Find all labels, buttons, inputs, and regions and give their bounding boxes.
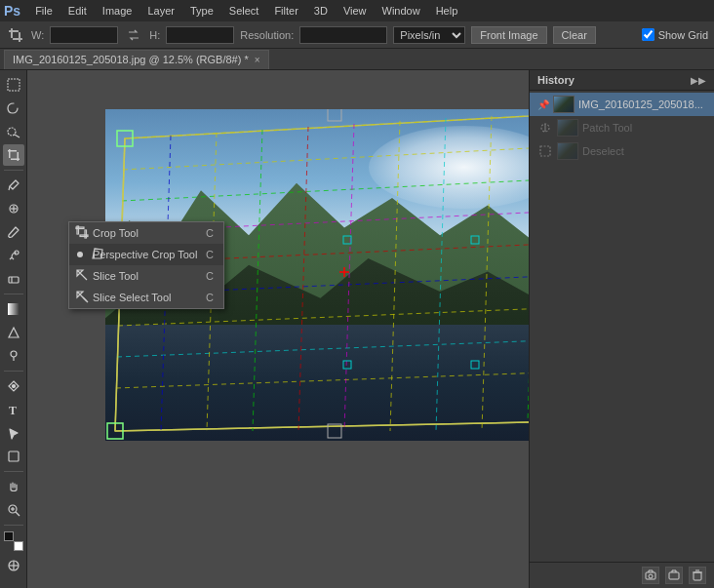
- menu-help[interactable]: Help: [429, 3, 465, 19]
- ctx-slice-label: Slice Tool: [93, 270, 198, 282]
- toolbar-separator-5: [4, 525, 23, 526]
- slice-select-icon: [75, 290, 89, 305]
- tab-close-button[interactable]: ×: [255, 55, 260, 65]
- menu-select[interactable]: Select: [222, 3, 266, 19]
- canvas-area[interactable]: Crop Tool C Perspective Crop Tool C: [27, 70, 529, 588]
- ctx-perspective-crop-label: Perspective Crop Tool: [93, 249, 198, 260]
- ctx-slice-select-label: Slice Select Tool: [93, 292, 198, 303]
- brush-tool[interactable]: [3, 221, 24, 243]
- svg-line-6: [15, 135, 20, 137]
- options-bar: W: H: Resolution: Pixels/in Pixels/cm Fr…: [0, 21, 714, 49]
- lasso-tool[interactable]: [3, 98, 24, 119]
- svg-point-21: [12, 385, 15, 388]
- ctx-crop-shortcut: C: [206, 227, 214, 239]
- menu-filter[interactable]: Filter: [267, 3, 304, 19]
- history-item-2-label: Deselect: [582, 145, 624, 157]
- history-item-2[interactable]: Deselect: [530, 139, 714, 163]
- create-document-button[interactable]: [665, 567, 683, 584]
- history-collapse-button[interactable]: ▶▶: [691, 75, 706, 86]
- menu-3d[interactable]: 3D: [307, 3, 335, 19]
- history-item-0[interactable]: 📌 IMG_20160125_205018...: [530, 93, 714, 116]
- menu-file[interactable]: File: [28, 3, 60, 19]
- delete-history-button[interactable]: [689, 567, 706, 584]
- history-pin-icon: 📌: [537, 99, 549, 110]
- hand-tool[interactable]: [3, 476, 24, 497]
- swap-icon[interactable]: [124, 25, 143, 45]
- type-tool[interactable]: T: [3, 399, 24, 420]
- svg-rect-23: [9, 451, 19, 461]
- show-grid-label[interactable]: Show Grid: [658, 29, 708, 41]
- context-menu: Crop Tool C Perspective Crop Tool C: [68, 221, 224, 309]
- ctx-slice-tool[interactable]: Slice Tool C: [69, 265, 223, 287]
- quick-mask-tool[interactable]: [3, 555, 24, 576]
- svg-rect-4: [8, 79, 20, 91]
- svg-rect-3: [13, 38, 22, 40]
- toolbar-separator-3: [4, 371, 23, 372]
- perspective-crop-icon: [91, 247, 104, 262]
- history-footer: [530, 562, 714, 588]
- eyedropper-tool[interactable]: [3, 175, 24, 196]
- history-item-0-label: IMG_20160125_205018...: [578, 98, 703, 110]
- history-item-1-label: Patch Tool: [582, 122, 632, 134]
- history-thumb-2: [557, 142, 578, 160]
- menu-image[interactable]: Image: [96, 3, 139, 19]
- history-content: 📌 IMG_20160125_205018... Patch Tool: [530, 91, 714, 562]
- menu-type[interactable]: Type: [183, 3, 220, 19]
- eraser-tool[interactable]: [3, 268, 24, 290]
- svg-point-5: [8, 128, 16, 136]
- svg-rect-75: [669, 572, 679, 579]
- svg-rect-76: [694, 572, 701, 580]
- history-panel: History ▶▶ 📌 IMG_20160125_205018...: [529, 70, 714, 588]
- tab-bar: IMG_20160125_205018.jpg @ 12.5% (RGB/8#)…: [0, 49, 714, 70]
- document-tab[interactable]: IMG_20160125_205018.jpg @ 12.5% (RGB/8#)…: [4, 50, 269, 69]
- zoom-tool[interactable]: [3, 499, 24, 521]
- pen-tool[interactable]: [3, 375, 24, 397]
- clone-tool[interactable]: [3, 245, 24, 266]
- crop-tool-icon: [6, 25, 25, 45]
- clear-button[interactable]: Clear: [553, 26, 596, 44]
- svg-rect-0: [11, 28, 13, 38]
- svg-text:T: T: [9, 404, 17, 416]
- svg-rect-8: [8, 150, 17, 152]
- svg-point-74: [649, 574, 653, 578]
- menu-layer[interactable]: Layer: [140, 3, 181, 19]
- height-input[interactable]: [166, 26, 234, 44]
- menu-window[interactable]: Window: [376, 3, 427, 19]
- ctx-crop-tool[interactable]: Crop Tool C: [69, 222, 223, 244]
- path-select-tool[interactable]: [3, 422, 24, 444]
- menu-view[interactable]: View: [337, 3, 374, 19]
- front-image-button[interactable]: Front Image: [471, 26, 546, 44]
- svg-line-25: [16, 512, 20, 516]
- svg-rect-2: [19, 32, 20, 42]
- show-grid-checkbox[interactable]: [642, 28, 654, 41]
- history-item-1[interactable]: Patch Tool: [530, 116, 714, 139]
- toolbar-separator-1: [4, 170, 23, 171]
- svg-rect-10: [11, 159, 20, 161]
- healing-tool[interactable]: [3, 198, 24, 219]
- gradient-tool[interactable]: [3, 298, 24, 320]
- ctx-perspective-crop-shortcut: C: [206, 249, 214, 260]
- quick-select-tool[interactable]: [3, 121, 24, 142]
- crop-tool-btn[interactable]: [3, 144, 24, 166]
- blur-tool[interactable]: [3, 322, 24, 343]
- ctx-slice-select-tool[interactable]: Slice Select Tool C: [69, 287, 223, 308]
- ctx-perspective-crop-tool[interactable]: Perspective Crop Tool C: [69, 244, 223, 265]
- ps-logo: Ps: [4, 3, 20, 19]
- show-grid-container: Show Grid: [642, 28, 708, 41]
- deselect-icon: [537, 143, 553, 159]
- svg-rect-72: [540, 146, 550, 156]
- svg-rect-16: [9, 277, 19, 283]
- marquee-tool[interactable]: [3, 74, 24, 96]
- foreground-bg-tool[interactable]: [2, 529, 25, 553]
- dodge-tool[interactable]: [3, 345, 24, 367]
- menu-edit[interactable]: Edit: [61, 3, 94, 19]
- new-snapshot-button[interactable]: [642, 567, 659, 584]
- shape-tool[interactable]: [3, 446, 24, 467]
- units-select[interactable]: Pixels/in Pixels/cm: [393, 26, 465, 44]
- menu-bar: Ps File Edit Image Layer Type Select Fil…: [0, 0, 714, 21]
- resolution-input[interactable]: [299, 26, 387, 44]
- patch-tool-icon: [537, 120, 553, 136]
- ctx-slice-select-shortcut: C: [206, 292, 214, 303]
- width-input[interactable]: [50, 26, 118, 44]
- svg-rect-1: [9, 30, 19, 32]
